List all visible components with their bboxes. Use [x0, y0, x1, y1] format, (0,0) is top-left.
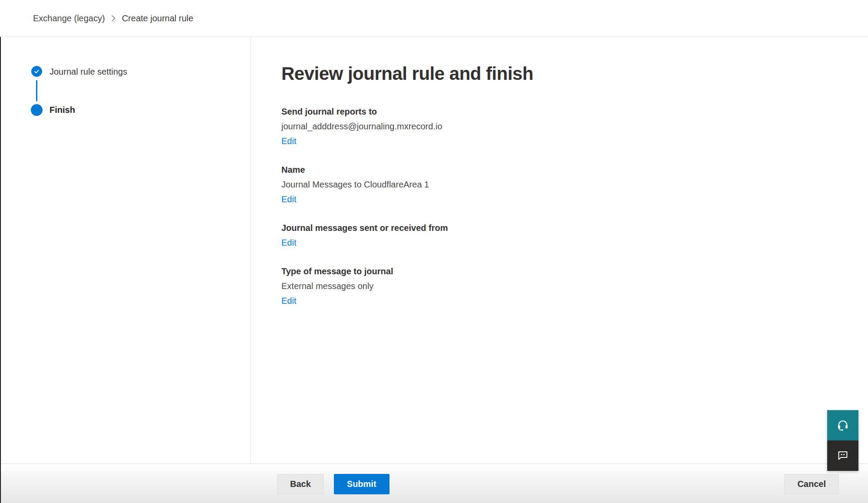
breadcrumb: Exchange (legacy) Create journal rule [33, 13, 193, 23]
header-bar: Exchange (legacy) Create journal rule [0, 0, 868, 37]
breadcrumb-create-journal-rule: Create journal rule [122, 13, 194, 23]
message-type-value: External messages only [281, 279, 868, 293]
step-finish[interactable]: Finish [50, 102, 75, 117]
back-button[interactable]: Back [277, 474, 324, 494]
wizard-footer: Back Submit Cancel [0, 464, 868, 503]
edit-scope-link[interactable]: Edit [281, 235, 296, 250]
section-label: Journal messages sent or received from [281, 220, 868, 235]
edit-send-journal-reports-link[interactable]: Edit [281, 134, 296, 148]
step-current-icon[interactable] [31, 104, 43, 116]
journal-report-address-value: journal_adddress@journaling.mxrecord.io [281, 119, 868, 134]
submit-button[interactable]: Submit [334, 474, 389, 494]
checkmark-icon [33, 68, 40, 75]
section-label: Type of message to journal [281, 264, 868, 279]
step-connector-line [36, 80, 37, 101]
section-name: Name Journal Messages to CloudflareArea … [281, 162, 868, 207]
window-edge-strip [0, 37, 1, 503]
step-journal-rule-settings[interactable]: Journal rule settings [50, 64, 127, 79]
feedback-chat-icon [836, 449, 849, 463]
edit-message-type-link[interactable]: Edit [281, 293, 296, 308]
page-title: Review journal rule and finish [281, 62, 868, 86]
section-label: Send journal reports to [281, 104, 868, 119]
rule-name-value: Journal Messages to CloudflareArea 1 [281, 177, 868, 192]
section-label: Name [281, 162, 868, 177]
edit-name-link[interactable]: Edit [281, 192, 296, 207]
chevron-right-icon [111, 14, 116, 22]
review-sections: Send journal reports to journal_adddress… [281, 104, 868, 308]
section-journal-messages-sent-or-received: Journal messages sent or received from E… [281, 220, 868, 250]
cancel-button[interactable]: Cancel [784, 474, 839, 494]
feedback-button[interactable] [827, 441, 858, 471]
step-completed-icon[interactable] [31, 66, 42, 77]
breadcrumb-exchange-legacy[interactable]: Exchange (legacy) [33, 13, 105, 23]
wizard-step-nav: Journal rule settings Finish [0, 37, 251, 464]
exchange-admin-wizard: Exchange (legacy) Create journal rule Jo… [0, 0, 868, 503]
section-type-of-message: Type of message to journal External mess… [281, 264, 868, 308]
review-pane: Review journal rule and finish Send jour… [251, 37, 868, 464]
help-button[interactable] [827, 410, 858, 441]
headset-icon [836, 418, 849, 433]
section-send-journal-reports-to: Send journal reports to journal_adddress… [281, 104, 868, 148]
